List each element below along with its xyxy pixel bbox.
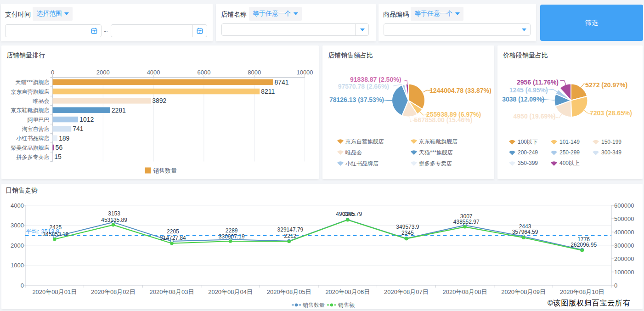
svg-text:56: 56: [56, 144, 63, 151]
svg-text:2956 (11.76%): 2956 (11.76%): [517, 79, 559, 86]
svg-text:330907.19: 330907.19: [219, 233, 245, 240]
svg-text:2345: 2345: [401, 230, 414, 236]
svg-text:15: 15: [54, 153, 62, 160]
svg-text:0: 0: [614, 282, 617, 289]
svg-text:京东自营旗舰店: 京东自营旗舰店: [11, 89, 50, 95]
svg-text:741: 741: [73, 125, 84, 132]
svg-text:2212: 2212: [284, 233, 297, 239]
svg-text:©该图版权归百宝云所有: ©该图版权归百宝云所有: [548, 299, 631, 307]
svg-text:357964.59: 357964.59: [512, 229, 538, 235]
svg-text:5272 (20.97%): 5272 (20.97%): [585, 81, 627, 89]
svg-text:4000: 4000: [147, 69, 160, 76]
svg-text:314727.84: 314727.84: [160, 235, 186, 241]
svg-text:78126.13 (37.53%): 78126.13 (37.53%): [329, 96, 384, 103]
svg-text:价格段销量占比: 价格段销量占比: [503, 51, 548, 59]
svg-text:天猫***旗舰店: 天猫***旗舰店: [15, 79, 49, 85]
svg-text:店铺销售额占比: 店铺销售额占比: [328, 51, 373, 59]
svg-text:7: 7: [199, 29, 201, 34]
svg-text:销售额: 销售额: [338, 302, 355, 308]
svg-text:4950 (19.69%): 4950 (19.69%): [514, 113, 556, 120]
svg-text:2000: 2000: [96, 69, 110, 76]
svg-text:2020年08月03日: 2020年08月03日: [150, 288, 194, 295]
svg-text:2020年08月09日: 2020年08月09日: [501, 288, 546, 295]
svg-text:345853.19: 345853.19: [43, 231, 69, 237]
svg-text:262096.95: 262096.95: [571, 242, 597, 248]
svg-text:500000: 500000: [614, 215, 634, 222]
svg-text:2205: 2205: [167, 228, 179, 235]
svg-text:101-149: 101-149: [559, 139, 580, 145]
svg-text:唯品会: 唯品会: [33, 98, 50, 104]
svg-text:小红书品牌店: 小红书品牌店: [17, 135, 50, 141]
svg-text:1244004.78 (33.87%): 1244004.78 (33.87%): [429, 87, 491, 94]
svg-text:6000: 6000: [197, 69, 210, 76]
svg-text:100以下: 100以下: [518, 139, 538, 145]
svg-text:1012: 1012: [79, 116, 94, 123]
svg-text:2425: 2425: [50, 224, 62, 231]
svg-text:2020年08月02日: 2020年08月02日: [91, 288, 136, 295]
svg-text:3153: 3153: [108, 210, 120, 217]
svg-text:京东鞋靴旗舰店: 京东鞋靴旗舰店: [419, 138, 458, 145]
svg-text:阿里巴巴: 阿里巴巴: [28, 117, 50, 123]
svg-text:438552.97: 438552.97: [453, 219, 480, 225]
svg-text:250-299: 250-299: [559, 149, 580, 156]
svg-text:7: 7: [93, 29, 95, 34]
svg-text:2020年08月05日: 2020年08月05日: [267, 288, 311, 295]
svg-text:店铺销量排行: 店铺销量排行: [6, 51, 45, 59]
svg-text:2281: 2281: [112, 107, 126, 114]
svg-text:91838.87 (2.50%): 91838.87 (2.50%): [350, 76, 401, 83]
svg-text:1245 (4.95%): 1245 (4.95%): [509, 86, 548, 94]
svg-text:3285: 3285: [343, 211, 355, 217]
svg-text:3892: 3892: [152, 97, 166, 104]
svg-text:唯品会: 唯品会: [345, 149, 362, 156]
svg-text:2020年08月07日: 2020年08月07日: [384, 288, 429, 295]
svg-text:189: 189: [59, 135, 70, 142]
svg-text:2020年08月08日: 2020年08月08日: [443, 288, 487, 295]
svg-text:453135.89: 453135.89: [101, 217, 127, 223]
svg-text:600000: 600000: [614, 202, 634, 209]
svg-text:8211: 8211: [261, 88, 275, 95]
svg-text:聚美优品旗舰店: 聚美优品旗舰店: [11, 145, 50, 151]
svg-text:销售数量: 销售数量: [302, 302, 325, 308]
svg-text:150-199: 150-199: [601, 139, 621, 145]
svg-text:拼多多专卖店: 拼多多专卖店: [418, 160, 452, 167]
svg-text:3000: 3000: [11, 222, 24, 229]
svg-text:淘宝自营店: 淘宝自营店: [22, 126, 50, 132]
svg-text:2020年08月01日: 2020年08月01日: [32, 288, 77, 295]
svg-text:拼多多专卖店: 拼多多专卖店: [16, 154, 50, 160]
svg-text:2020年08月04日: 2020年08月04日: [208, 288, 253, 295]
svg-text:300000: 300000: [614, 242, 634, 249]
svg-text:100000: 100000: [614, 269, 634, 276]
svg-text:10000: 10000: [296, 69, 313, 76]
svg-text:200-249: 200-249: [518, 149, 538, 156]
svg-text:567858.00 (15.46%): 567858.00 (15.46%): [414, 116, 473, 124]
svg-text:400000: 400000: [614, 229, 634, 236]
svg-text:349573.9: 349573.9: [396, 224, 419, 230]
svg-text:3038 (12.09%): 3038 (12.09%): [502, 96, 544, 103]
svg-text:天猫***旗舰店: 天猫***旗舰店: [419, 149, 453, 156]
svg-text:0: 0: [51, 69, 54, 76]
svg-text:销售数量: 销售数量: [153, 167, 177, 174]
svg-text:1000: 1000: [11, 262, 24, 269]
svg-text:小红书品牌店: 小红书品牌店: [345, 160, 378, 167]
svg-text:329147.79: 329147.79: [277, 226, 304, 233]
svg-text:2020年08月10日: 2020年08月10日: [560, 288, 604, 295]
svg-text:日销售走势: 日销售走势: [6, 187, 38, 194]
svg-text:京东自营旗舰店: 京东自营旗舰店: [345, 138, 384, 145]
svg-text:2289: 2289: [226, 227, 238, 234]
svg-text:300-349: 300-349: [601, 149, 621, 156]
svg-text:京东鞋靴旗舰店: 京东鞋靴旗舰店: [11, 107, 50, 113]
svg-text:400以上: 400以上: [559, 160, 580, 166]
svg-text:350-399: 350-399: [518, 160, 538, 166]
svg-text:8000: 8000: [248, 69, 261, 76]
svg-text:2020年08月06日: 2020年08月06日: [325, 288, 370, 295]
svg-text:7203 (28.65%): 7203 (28.65%): [590, 109, 632, 117]
svg-text:8741: 8741: [274, 79, 288, 86]
svg-text:200000: 200000: [614, 255, 634, 262]
svg-text:2000: 2000: [11, 242, 24, 249]
svg-text:4000: 4000: [11, 202, 24, 209]
svg-text:97570.78 (2.66%): 97570.78 (2.66%): [338, 83, 389, 90]
